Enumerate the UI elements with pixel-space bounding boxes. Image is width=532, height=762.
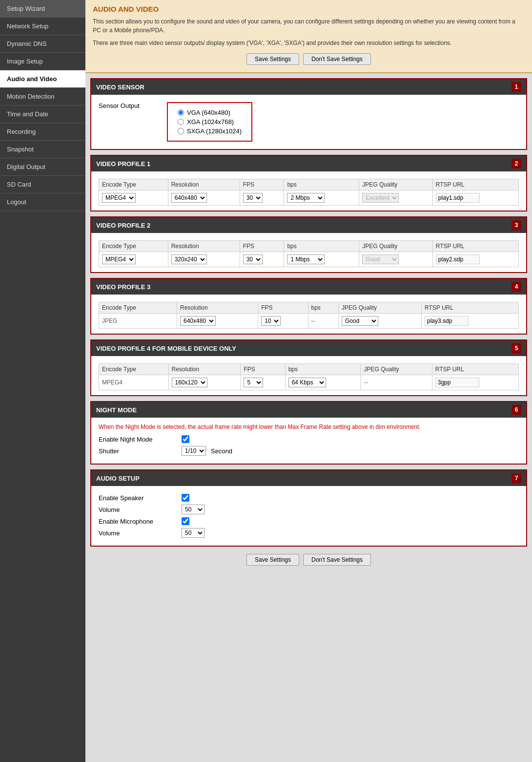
- sidebar-item-snapshot[interactable]: Snapshot: [0, 141, 85, 158]
- dont-save-settings-button-top[interactable]: Don't Save Settings: [303, 53, 371, 65]
- bps-2-select[interactable]: 2 Mbps1 Mbps512 Kbps256 Kbps128 Kbps64 K…: [287, 254, 325, 264]
- resolution-4-cell[interactable]: 640x480320x240160x120: [168, 375, 241, 390]
- sidebar-item-logout[interactable]: Logout: [0, 193, 85, 211]
- bps-1-cell[interactable]: 2 Mbps1 Mbps512 Kbps256 Kbps128 Kbps64 K…: [284, 190, 359, 206]
- video-sensor-number: 1: [512, 82, 521, 92]
- fps-1-select[interactable]: 3015105: [243, 193, 263, 203]
- speaker-volume-row: Volume 102030405060708090100: [99, 505, 519, 514]
- rtsp-url-4-cell: [432, 375, 518, 390]
- sidebar-item-digital-output[interactable]: Digital Output: [0, 158, 85, 176]
- video-sensor-title: VIDEO SENSOR: [96, 84, 144, 91]
- sidebar-item-sd-card[interactable]: SD Card: [0, 176, 85, 193]
- resolution-3-cell[interactable]: 640x480320x240160x120: [177, 314, 258, 329]
- bps-2-cell[interactable]: 2 Mbps1 Mbps512 Kbps256 Kbps128 Kbps64 K…: [284, 252, 359, 267]
- radio-sxga-label: SXGA (1280x1024): [187, 127, 242, 135]
- resolution-2-cell[interactable]: 640x480320x240160x120: [168, 252, 240, 267]
- col-bps-3: bps: [308, 302, 339, 314]
- enable-microphone-checkbox[interactable]: [182, 517, 189, 525]
- video-sensor-body: Sensor Output VGA (640x480) XGA (1024x76…: [91, 95, 526, 149]
- sidebar-item-audio-video[interactable]: Audio and Video: [0, 70, 85, 88]
- sidebar-item-recording[interactable]: Recording: [0, 123, 85, 141]
- fps-2-select[interactable]: 3015105: [243, 254, 263, 264]
- enable-night-mode-label: Enable Night Mode: [99, 436, 177, 443]
- fps-2-cell[interactable]: 3015105: [240, 252, 284, 267]
- resolution-2-select[interactable]: 640x480320x240160x120: [171, 254, 207, 264]
- radio-xga-input[interactable]: [178, 119, 184, 125]
- radio-xga[interactable]: XGA (1024x768): [178, 118, 242, 126]
- jpeg-quality-3-select[interactable]: ExcellentGoodNormalFairPoor: [342, 316, 378, 326]
- enable-night-mode-checkbox[interactable]: [182, 435, 189, 443]
- video-profile-3-row: JPEG 640x480320x240160x120 3015105: [99, 314, 519, 329]
- jpeg-quality-2-cell[interactable]: ExcellentGoodNormalFairPoor: [359, 252, 433, 267]
- video-profile-3-title: VIDEO PROFILE 3: [96, 283, 150, 291]
- rtsp-url-4-input[interactable]: [435, 378, 479, 387]
- resolution-4-select[interactable]: 640x480320x240160x120: [172, 378, 207, 387]
- video-profile-2-number: 3: [512, 220, 521, 230]
- shutter-row: Shutter 1/101/51/21 Second: [99, 446, 519, 456]
- resolution-1-cell[interactable]: 640x480320x240160x120: [168, 190, 240, 206]
- sidebar-item-network-setup[interactable]: Network Setup: [0, 18, 85, 35]
- fps-4-cell[interactable]: 3015105: [241, 375, 285, 390]
- bps-1-select[interactable]: 2 Mbps1 Mbps512 Kbps256 Kbps128 Kbps64 K…: [287, 193, 325, 203]
- fps-4-select[interactable]: 3015105: [244, 378, 263, 387]
- col-fps-2: FPS: [240, 241, 284, 252]
- encode-type-3-cell: JPEG: [99, 314, 177, 329]
- encode-type-1-select[interactable]: MPEG4JPEGH.264: [102, 193, 136, 203]
- save-settings-button-bottom[interactable]: Save Settings: [246, 554, 299, 566]
- jpeg-quality-1-cell[interactable]: ExcellentGoodNormalFairPoor: [359, 190, 433, 206]
- night-mode-header: NIGHT MODE 6: [91, 402, 526, 418]
- col-bps-2: bps: [284, 241, 359, 252]
- fps-3-select[interactable]: 3015105: [261, 316, 281, 326]
- bps-4-cell[interactable]: 2 Mbps1 Mbps512 Kbps256 Kbps128 Kbps64 K…: [285, 375, 361, 390]
- video-profile-1-body: Encode Type Resolution FPS bps JPEG Qual…: [91, 171, 526, 211]
- radio-vga[interactable]: VGA (640x480): [178, 109, 242, 116]
- enable-microphone-row: Enable Microphone: [99, 517, 519, 525]
- jpeg-quality-3-cell[interactable]: ExcellentGoodNormalFairPoor: [339, 314, 422, 329]
- jpeg-quality-1-select[interactable]: ExcellentGoodNormalFairPoor: [362, 193, 399, 203]
- enable-microphone-label: Enable Microphone: [99, 518, 177, 525]
- encode-type-2-select[interactable]: MPEG4JPEGH.264: [102, 254, 136, 264]
- fps-3-cell[interactable]: 3015105: [258, 314, 308, 329]
- video-profile-3-panel: VIDEO PROFILE 3 4 Encode Type Resolution…: [90, 278, 527, 335]
- enable-speaker-checkbox[interactable]: [182, 494, 189, 502]
- header-section: AUDIO AND VIDEO This section allows you …: [85, 0, 532, 73]
- dont-save-settings-button-bottom[interactable]: Don't Save Settings: [303, 554, 371, 566]
- night-mode-number: 6: [512, 405, 521, 415]
- radio-vga-input[interactable]: [178, 109, 184, 116]
- radio-xga-label: XGA (1024x768): [187, 118, 234, 126]
- sidebar-item-motion-detection[interactable]: Motion Detection: [0, 88, 85, 106]
- resolution-3-select[interactable]: 640x480320x240160x120: [180, 316, 216, 326]
- radio-sxga[interactable]: SXGA (1280x1024): [178, 127, 242, 135]
- audio-setup-number: 7: [512, 473, 521, 483]
- rtsp-url-1-input[interactable]: [436, 193, 480, 203]
- sensor-output-row: Sensor Output VGA (640x480) XGA (1024x76…: [99, 100, 519, 144]
- encode-type-1-cell[interactable]: MPEG4JPEGH.264: [99, 190, 168, 206]
- encode-type-3-static: JPEG: [102, 318, 117, 324]
- shutter-select[interactable]: 1/101/51/21: [182, 446, 206, 456]
- sidebar-item-setup-wizard[interactable]: Setup Wizard: [0, 0, 85, 18]
- audio-setup-panel: AUDIO SETUP 7 Enable Speaker Volume 1020…: [90, 469, 527, 547]
- col-encode-type-1: Encode Type: [99, 179, 168, 190]
- bps-4-select[interactable]: 2 Mbps1 Mbps512 Kbps256 Kbps128 Kbps64 K…: [288, 378, 326, 387]
- rtsp-url-3-input[interactable]: [425, 316, 469, 326]
- fps-1-cell[interactable]: 3015105: [240, 190, 284, 206]
- sidebar-item-image-setup[interactable]: Image Setup: [0, 53, 85, 70]
- second-label: Second: [211, 447, 232, 455]
- header-desc1: This section allows you to configure the…: [93, 17, 525, 35]
- video-profile-2-panel: VIDEO PROFILE 2 3 Encode Type Resolution…: [90, 216, 527, 273]
- jpeg-quality-2-select[interactable]: ExcellentGoodNormalFairPoor: [362, 254, 399, 264]
- col-fps-3: FPS: [258, 302, 308, 314]
- save-settings-button-top[interactable]: Save Settings: [246, 53, 299, 65]
- radio-sxga-input[interactable]: [178, 128, 184, 134]
- night-mode-title: NIGHT MODE: [96, 406, 137, 414]
- video-profile-4-body: Encode Type Resolution FPS bps JPEG Qual…: [91, 356, 526, 395]
- speaker-volume-select[interactable]: 102030405060708090100: [182, 505, 205, 514]
- resolution-1-select[interactable]: 640x480320x240160x120: [171, 193, 207, 203]
- video-profile-4-row: MPEG4 640x480320x240160x120 3015105: [99, 375, 519, 390]
- sidebar-item-time-date[interactable]: Time and Date: [0, 106, 85, 123]
- rtsp-url-2-input[interactable]: [436, 254, 480, 264]
- mic-volume-select[interactable]: 102030405060708090100: [182, 528, 205, 538]
- sidebar-item-dynamic-dns[interactable]: Dynamic DNS: [0, 35, 85, 53]
- encode-type-2-cell[interactable]: MPEG4JPEGH.264: [99, 252, 168, 267]
- video-profile-3-header: VIDEO PROFILE 3 4: [91, 279, 526, 295]
